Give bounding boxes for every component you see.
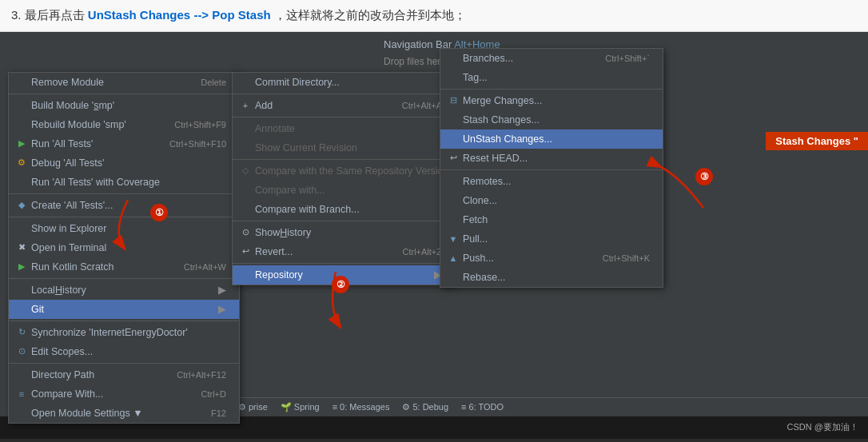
menu-item-edit-scopes[interactable]: ⊙Edit Scopes... [9, 342, 239, 361]
menu-item-pull[interactable]: ▼Pull... [440, 229, 663, 249]
annotation-circle-2: ② [332, 276, 349, 293]
menu-item-rebuild-module[interactable]: Rebuild Module 'smp' Ctrl+Shift+F9 [9, 115, 239, 134]
menu-item-debug-tests[interactable]: ⚙Debug 'All Tests' [9, 153, 239, 173]
menu-item-directory-path[interactable]: Directory Path Ctrl+Alt+F12 [9, 365, 239, 384]
separator [440, 89, 663, 90]
menu-item-add[interactable]: +Add Ctrl+Alt+A [233, 96, 455, 115]
menu-item-compare-repo: ◇Compare with the Same Repository Versio… [233, 161, 455, 181]
separator [233, 117, 455, 117]
sync-icon: ↻ [15, 326, 28, 339]
menu-item-run-coverage[interactable]: Run 'All Tests' with Coverage [9, 173, 239, 192]
menu-item-push[interactable]: ▲Push... Ctrl+Shift+K [440, 249, 663, 268]
menu-item-unstash-changes[interactable]: UnStash Changes... [440, 129, 663, 149]
status-bar: ⚙ prise 🌱 Spring ≡ 0: Messages ⚙ 5: Debu… [232, 397, 868, 416]
menu-item-merge-changes[interactable]: ⊟Merge Changes... [440, 91, 663, 110]
remove-module-icon [15, 76, 28, 89]
build-icon [15, 99, 28, 112]
annotation-circle-1: ① [150, 204, 168, 221]
separator [233, 159, 455, 160]
menu-item-compare-with[interactable]: ≡Compare With... Ctrl+D [9, 384, 239, 404]
menu-item-clone[interactable]: Clone... [440, 191, 663, 210]
module-icon [15, 407, 28, 420]
caption-text: CSDN @要加油！ [787, 421, 858, 433]
menu-item-stash-changes[interactable]: Stash Changes... [440, 110, 663, 129]
menu-item-rebase[interactable]: Rebase... [440, 268, 663, 287]
history2-icon: ⊙ [239, 226, 252, 239]
menu-item-tag[interactable]: Tag... [440, 68, 663, 87]
menu-item-build-module[interactable]: Build Module 'smp' [9, 96, 239, 115]
revision-icon [239, 141, 252, 154]
edit-scope-icon: ⊙ [15, 345, 28, 358]
stash-icon [447, 113, 460, 126]
menu-item-synchronize[interactable]: ↻Synchronize 'InternetEnergyDoctor' [9, 323, 239, 342]
terminal-icon: ✖ [15, 241, 28, 254]
separator [440, 169, 663, 170]
main-area: Navigation Bar Alt+Home Drop files here … [0, 32, 868, 439]
todo-icon: ≡ [461, 402, 466, 412]
status-tab-debug[interactable]: ⚙ 5: Debug [402, 402, 448, 412]
menu-item-compare-with2: Compare with... [233, 181, 455, 200]
separator [233, 94, 455, 94]
reset-icon: ↩ [447, 152, 460, 165]
menu-item-run-tests[interactable]: ▶Run 'All Tests' Ctrl+Shift+F10 [9, 134, 239, 153]
menu-item-git[interactable]: Git ▶ [9, 300, 239, 319]
status-tab-spring[interactable]: 🌱 Spring [281, 402, 320, 412]
menu-item-annotate: Annotate [233, 119, 455, 138]
menu-item-create-tests[interactable]: ◆Create 'All Tests'... [9, 196, 239, 215]
tag-icon [447, 71, 460, 84]
menu-item-show-history[interactable]: ⊙Show History [233, 223, 455, 242]
revert-icon: ↩ [239, 245, 252, 258]
annotate-icon [239, 122, 252, 135]
commit-icon [239, 76, 252, 89]
compare-repo-icon: ◇ [239, 165, 252, 177]
context-menu-repository: Branches... Ctrl+Shift+` Tag... ⊟Merge C… [440, 48, 663, 288]
menu-item-open-terminal[interactable]: ✖Open in Terminal [9, 238, 239, 257]
separator [9, 321, 239, 321]
separator [9, 193, 239, 194]
kotlin-run-icon: ▶ [15, 261, 28, 273]
pull-icon: ▼ [447, 233, 460, 245]
fetch-icon [447, 213, 460, 226]
history-icon [15, 284, 28, 297]
context-menu-main: Remove Module Delete Build Module 'smp' … [8, 72, 240, 424]
menu-item-reset-head[interactable]: ↩Reset HEAD... [440, 149, 663, 168]
instruction-text2: ，这样就将之前的改动合并到本地； [274, 8, 466, 22]
menu-item-remove-module[interactable]: Remove Module Delete [9, 73, 239, 92]
instruction-highlight: UnStash Changes --> Pop Stash [88, 8, 271, 22]
instruction-text1: 最后再点击 [25, 8, 88, 22]
status-tab-messages[interactable]: ≡ 0: Messages [332, 402, 390, 412]
explorer-icon [15, 222, 28, 235]
debug-tab-icon: ⚙ [402, 402, 410, 412]
menu-item-fetch[interactable]: Fetch [440, 210, 663, 229]
annotation-circle-3: ③ [695, 168, 713, 185]
menu-item-revert[interactable]: ↩Revert... Ctrl+Alt+Z [233, 242, 455, 261]
menu-item-commit-dir[interactable]: Commit Directory... [233, 73, 455, 92]
rebuild-icon [15, 118, 28, 131]
unstash-icon [447, 133, 460, 145]
status-tab-prise[interactable]: ⚙ prise [238, 402, 268, 412]
debug-icon: ⚙ [15, 157, 28, 169]
messages-icon: ≡ [332, 402, 337, 412]
instruction-bar: 3. 最后再点击 UnStash Changes --> Pop Stash ，… [0, 0, 868, 32]
menu-item-branches[interactable]: Branches... Ctrl+Shift+` [440, 49, 663, 68]
separator [9, 217, 239, 217]
separator [9, 94, 239, 94]
merge-icon: ⊟ [447, 94, 460, 107]
status-tab-todo[interactable]: ≡ 6: TODO [461, 402, 504, 412]
spring-icon: 🌱 [281, 402, 292, 412]
rebase-icon [447, 271, 460, 284]
menu-item-run-kotlin[interactable]: ▶Run Kotlin Scratch Ctrl+Alt+W [9, 257, 239, 277]
push-icon: ▲ [447, 252, 460, 265]
menu-item-remotes[interactable]: Remotes... [440, 172, 663, 191]
stash-banner: Stash Changes " [766, 132, 868, 150]
menu-item-local-history[interactable]: Local History ▶ [9, 281, 239, 300]
menu-item-show-explorer[interactable]: Show in Explorer [9, 219, 239, 238]
branches-icon [447, 52, 460, 65]
context-menu-git: Commit Directory... +Add Ctrl+Alt+A Anno… [232, 72, 456, 285]
add-icon: + [239, 99, 252, 112]
menu-item-compare-branch[interactable]: Compare with Branch... [233, 200, 455, 219]
dir-icon [15, 368, 28, 381]
remotes-icon [447, 175, 460, 188]
menu-item-module-settings[interactable]: Open Module Settings ▼ F12 [9, 404, 239, 423]
git-icon [15, 303, 28, 316]
